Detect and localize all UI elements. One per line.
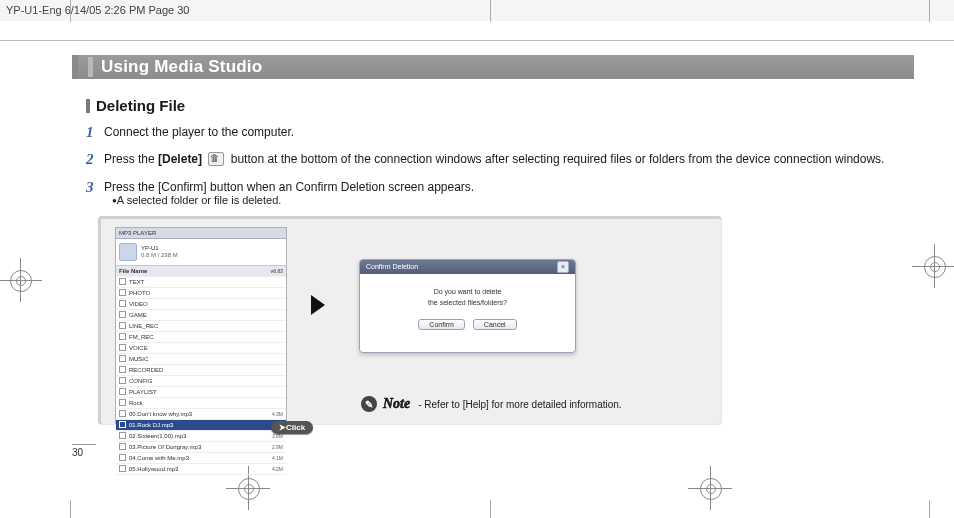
list-item: RECORDED xyxy=(116,365,286,376)
list-item: 04.Come with Me.mp34.1M xyxy=(116,453,286,464)
step-1: 1 Connect the player to the computer. xyxy=(86,124,902,141)
list-item: GAME xyxy=(116,310,286,321)
page-title: Using Media Studio xyxy=(101,57,262,77)
device-panel: MP3 PLAYER YP-U1 0.8 M / 238 M File Name… xyxy=(115,227,287,424)
dialog-title: Confirm Deletion xyxy=(366,260,418,274)
close-icon[interactable]: × xyxy=(557,261,569,273)
list-item: Rock xyxy=(116,398,286,409)
step-2: 2 Press the [Delete] button at the botto… xyxy=(86,151,902,168)
list-item: 00.Don't know why.mp34.3M xyxy=(116,409,286,420)
list-item: VIDEO xyxy=(116,299,286,310)
arrow-icon xyxy=(311,295,325,315)
print-header: YP-U1-Eng 6/14/05 2:26 PM Page 30 xyxy=(0,0,954,21)
list-item: PHOTO xyxy=(116,288,286,299)
device-capacity: 0.8 M / 238 M xyxy=(141,252,178,259)
list-item: VOICE xyxy=(116,343,286,354)
list-item: PLAYLIST xyxy=(116,387,286,398)
list-item: MUSIC xyxy=(116,354,286,365)
note: ✎ Note - Refer to [Help] for more detail… xyxy=(361,396,622,412)
device-name: YP-U1 xyxy=(141,245,178,252)
page-title-bar: Using Media Studio xyxy=(72,55,914,79)
list-item: LINE_REC xyxy=(116,321,286,332)
list-item: 02.Sixteen(1.00).mp33.6M xyxy=(116,431,286,442)
confirm-button[interactable]: Confirm xyxy=(418,319,465,330)
list-item: CONFIG xyxy=(116,376,286,387)
panel-header: MP3 PLAYER xyxy=(116,228,286,239)
list-item: 03.Picture Of Dorigray.mp32.9M xyxy=(116,442,286,453)
section-title: Deleting File xyxy=(86,97,902,114)
note-text: - Refer to [Help] for more detailed info… xyxy=(418,399,621,410)
delete-icon xyxy=(208,152,224,166)
page-number: 30 xyxy=(72,444,96,458)
list-item: 05.Hollywood.mp34.2M xyxy=(116,464,286,475)
note-icon: ✎ xyxy=(361,396,377,412)
confirm-dialog: Confirm Deletion × Do you want to delete… xyxy=(359,259,576,353)
device-icon xyxy=(119,243,137,261)
cancel-button[interactable]: Cancel xyxy=(473,319,517,330)
click-badge: Click xyxy=(271,421,313,434)
step-3: 3 Press the [Confirm] button when an Con… xyxy=(86,179,902,196)
figure: MP3 PLAYER YP-U1 0.8 M / 238 M File Name… xyxy=(98,216,722,425)
list-item: TEXT xyxy=(116,277,286,288)
list-item-selected: 01.Rock DJ.mp33.4M xyxy=(116,420,286,431)
list-item: FM_REC xyxy=(116,332,286,343)
